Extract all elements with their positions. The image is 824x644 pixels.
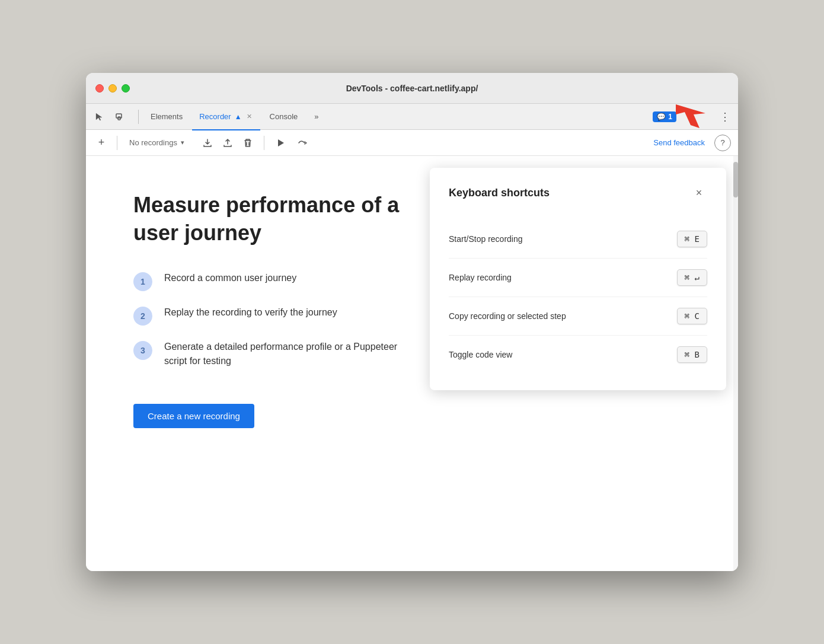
more-tabs-label: » [314,112,318,121]
toolbar-divider-2 [264,136,264,150]
recorder-action-buttons [199,134,257,152]
shortcut-row-start-stop: Start/Stop recording ⌘ E [449,220,707,258]
shortcut-label-copy: Copy recording or selected step [449,311,566,321]
close-button[interactable] [95,84,104,93]
minimize-button[interactable] [108,84,117,93]
help-icon: ? [720,138,724,147]
add-recording-button[interactable]: + [93,135,110,151]
help-button[interactable]: ? [714,135,731,151]
shortcut-row-toggle: Toggle code view ⌘ B [449,335,707,374]
badge-icon: 💬 [657,113,666,121]
elements-tab-label: Elements [151,112,183,121]
shortcut-key-start-stop: ⌘ E [677,231,707,247]
badge-count: 1 [668,113,672,121]
recorder-tab-label: Recorder [199,112,231,121]
send-feedback-link[interactable]: Send feedback [649,136,710,149]
popup-close-button[interactable]: × [691,184,707,201]
no-recordings-label: No recordings [129,138,177,147]
dropdown-chevron-icon: ▾ [181,139,184,146]
devtools-menu-button[interactable]: ⋮ [717,109,733,125]
steps-list: 1 Record a common user journey 2 Replay … [133,271,406,368]
traffic-lights [95,84,130,93]
step-item-1: 1 Record a common user journey [133,271,406,291]
main-content-area: Measure performance of a user journey 1 … [86,156,738,571]
device-toolbar-icon[interactable] [112,109,129,125]
export-recording-button[interactable] [199,134,216,152]
recorder-tab-close[interactable]: ✕ [245,111,253,122]
tab-icon-group [91,109,129,125]
title-bar: DevTools - coffee-cart.netlify.app/ [86,73,738,104]
tab-divider [138,110,139,124]
shortcut-row-copy: Copy recording or selected step ⌘ C [449,297,707,335]
shortcut-key-copy: ⌘ C [677,308,707,324]
tab-recorder[interactable]: Recorder ▲ ✕ [192,104,260,130]
step-number-2: 2 [133,307,152,326]
shortcut-label-toggle: Toggle code view [449,350,512,359]
keyboard-shortcuts-popup: Keyboard shortcuts × Start/Stop recordin… [430,168,726,390]
step-text-2: Replay the recording to verify the journ… [164,305,337,320]
scrollbar-thumb[interactable] [733,162,738,197]
step-number-1: 1 [133,272,152,291]
recorder-toolbar: + No recordings ▾ [86,130,738,156]
page-title: Measure performance of a user journey [133,192,418,247]
scrollbar-track [733,156,738,571]
toolbar-divider-1 [117,136,117,150]
step-text-1: Record a common user journey [164,271,296,285]
shortcut-label-replay: Replay recording [449,273,512,282]
popup-title: Keyboard shortcuts [449,187,550,199]
recordings-dropdown[interactable]: No recordings ▾ [124,136,189,149]
step-number-3: 3 [133,341,152,360]
shortcut-label-start-stop: Start/Stop recording [449,234,523,244]
delete-recording-button[interactable] [239,134,257,152]
popup-header: Keyboard shortcuts × [449,184,707,201]
shortcut-row-replay: Replay recording ⌘ ↵ [449,258,707,297]
tab-more[interactable]: » [307,104,325,130]
recorder-tab-icon: ▲ [235,113,242,121]
window-title: DevTools - coffee-cart.netlify.app/ [346,84,478,93]
step-text-3: Generate a detailed performance profile … [164,340,406,368]
tab-console[interactable]: Console [263,104,305,130]
devtools-window: DevTools - coffee-cart.netlify.app/ Elem… [86,73,738,571]
red-arrow-annotation [673,101,708,131]
play-recording-button[interactable] [272,134,289,152]
svg-marker-3 [278,139,284,146]
create-recording-button[interactable]: Create a new recording [133,404,254,428]
import-recording-button[interactable] [219,134,237,152]
tab-elements[interactable]: Elements [143,104,190,130]
console-tab-label: Console [270,112,298,121]
select-tool-icon[interactable] [91,109,107,125]
maximize-button[interactable] [122,84,130,93]
shortcut-key-toggle: ⌘ B [677,346,707,363]
step-item-3: 3 Generate a detailed performance profil… [133,340,406,368]
step-over-button[interactable] [294,134,312,152]
svg-marker-2 [676,104,705,128]
devtools-tabs-bar: Elements Recorder ▲ ✕ Console » 💬 1 ⋮ [86,104,738,130]
step-item-2: 2 Replay the recording to verify the jou… [133,305,406,326]
shortcut-key-replay: ⌘ ↵ [677,269,707,286]
shortcuts-list: Start/Stop recording ⌘ E Replay recordin… [449,220,707,374]
